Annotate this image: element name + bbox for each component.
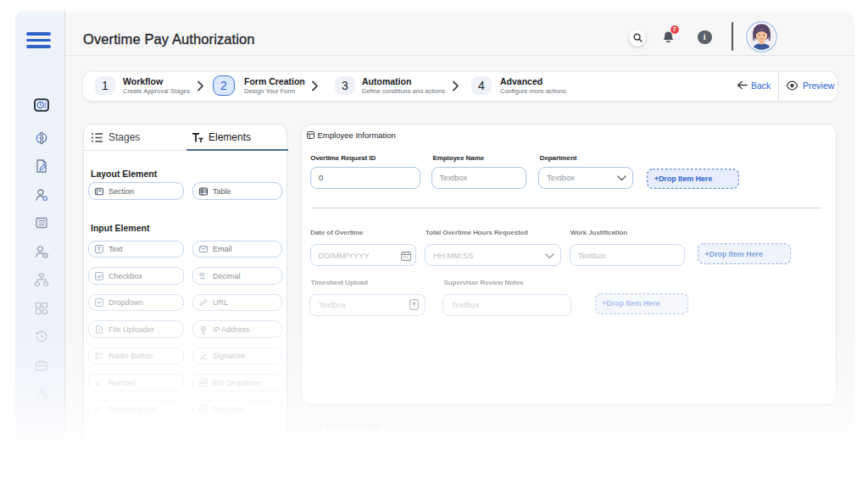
svg-text:#: # — [95, 380, 99, 387]
svg-text:00: 00 — [199, 272, 204, 277]
